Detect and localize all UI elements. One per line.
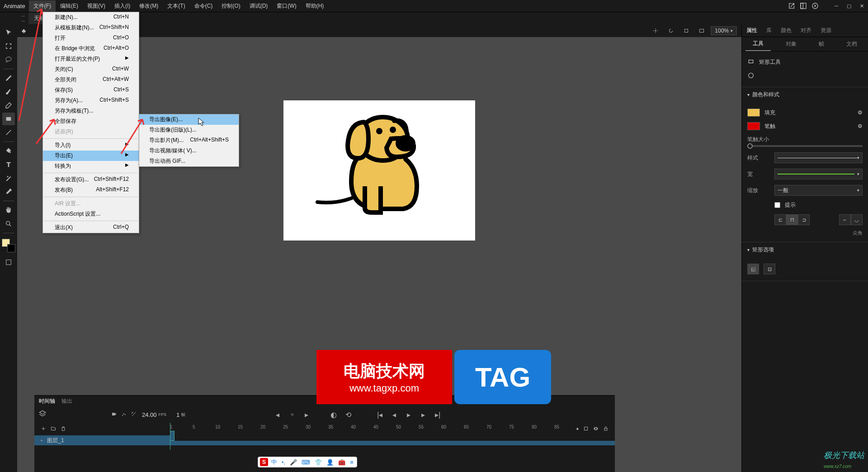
- file-menu-item[interactable]: 退出(X)Ctrl+Q: [43, 222, 139, 233]
- color-swatches[interactable]: [2, 239, 15, 252]
- file-menu-item[interactable]: 从模板新建(N)...Ctrl+Shift+N: [43, 23, 139, 33]
- share-icon[interactable]: [786, 0, 797, 12]
- lasso-tool-icon[interactable]: [2, 53, 15, 66]
- clip-content-icon[interactable]: [680, 24, 693, 37]
- file-menu-item[interactable]: 转换为▶: [43, 161, 139, 171]
- menu-text[interactable]: 文本(T): [163, 0, 189, 12]
- zoom-tool-icon[interactable]: [2, 217, 15, 230]
- color-tab[interactable]: 颜色: [776, 24, 796, 37]
- menu-modify[interactable]: 修改(M): [135, 0, 163, 12]
- export-submenu-item[interactable]: 导出视频/媒体( V)...: [139, 146, 239, 156]
- wand-tool-icon[interactable]: [2, 172, 15, 184]
- menu-file[interactable]: 文件(F): [29, 0, 56, 12]
- rotate-view-icon[interactable]: [665, 24, 677, 37]
- ime-lang[interactable]: 中: [270, 458, 278, 466]
- menu-edit[interactable]: 编辑(E): [56, 0, 83, 12]
- panel-grip-icon[interactable]: ◦◦◦◦: [18, 14, 28, 24]
- menu-window[interactable]: 窗口(W): [272, 0, 301, 12]
- menu-control[interactable]: 控制(O): [217, 0, 245, 12]
- file-menu-item[interactable]: 在 Bridge 中浏览Ctrl+Alt+O: [43, 43, 139, 54]
- properties-tab[interactable]: 属性: [742, 24, 762, 37]
- ime-keyboard-icon[interactable]: ⌨: [300, 459, 311, 466]
- zoom-dropdown[interactable]: 100%▾: [711, 26, 737, 35]
- file-menu-item[interactable]: 发布设置(G)...Ctrl+Shift+F12: [43, 175, 139, 185]
- align-tab[interactable]: 对齐: [796, 24, 816, 37]
- library-tab[interactable]: 库: [762, 24, 776, 37]
- file-menu-item[interactable]: 导入(I)▶: [43, 140, 139, 151]
- layers-icon[interactable]: [39, 410, 46, 419]
- section-rect-options[interactable]: ▾ 矩形选项: [742, 242, 868, 257]
- next-frame-icon[interactable]: ▸: [418, 410, 429, 419]
- ime-shirt-icon[interactable]: 👕: [313, 459, 323, 466]
- loop-icon[interactable]: ⟲: [343, 410, 354, 419]
- style-dropdown[interactable]: ▾: [774, 152, 863, 163]
- rectangle-tool-icon[interactable]: [2, 113, 15, 125]
- selection-tool-icon[interactable]: [2, 26, 15, 39]
- fps-value[interactable]: 24.00: [142, 411, 157, 418]
- close-button[interactable]: ✕: [855, 1, 868, 11]
- eyedropper-tool-icon[interactable]: [2, 185, 15, 198]
- play-button-icon[interactable]: ▸: [403, 410, 414, 419]
- stroke-options-icon[interactable]: ⚙: [858, 123, 863, 129]
- menu-help[interactable]: 帮助(H): [301, 0, 329, 12]
- ime-toolbar[interactable]: S 中 •, 🎤 ⌨ 👕 👤 🧰 ≡: [258, 457, 357, 467]
- subtab-frame[interactable]: 帧: [811, 38, 831, 51]
- goto-start-icon[interactable]: ◂: [272, 410, 283, 419]
- file-menu-item[interactable]: 发布(B)Alt+Shift+F12: [43, 185, 139, 195]
- object-drawing-icon[interactable]: [747, 72, 755, 80]
- ime-person-icon[interactable]: 👤: [325, 459, 335, 466]
- prev-frame-icon[interactable]: ◂: [389, 410, 400, 419]
- onion-skin-icon[interactable]: ◐: [328, 410, 339, 419]
- export-submenu-item[interactable]: 导出影片(M)...Ctrl+Alt+Shift+S: [139, 135, 239, 146]
- play-icon[interactable]: [809, 0, 821, 12]
- menu-insert[interactable]: 插入(I): [110, 0, 135, 12]
- file-menu-item[interactable]: 保存(S)Ctrl+S: [43, 85, 139, 95]
- stroke-size-slider[interactable]: [747, 145, 863, 147]
- ime-toolbox-icon[interactable]: 🧰: [337, 459, 347, 466]
- section-color-style[interactable]: ▾ 颜色和样式: [742, 87, 868, 102]
- new-layer-icon[interactable]: [41, 425, 46, 433]
- fill-color-swatch[interactable]: [747, 109, 760, 117]
- timeline-frames[interactable]: [170, 431, 615, 441]
- free-transform-tool-icon[interactable]: [2, 40, 15, 52]
- scene-icon[interactable]: ♣: [22, 27, 26, 34]
- assets-tab[interactable]: 资源: [816, 24, 836, 37]
- pen-tool-icon[interactable]: [2, 72, 15, 85]
- ime-punct-icon[interactable]: •,: [280, 459, 287, 466]
- swap-colors-icon[interactable]: [2, 256, 15, 269]
- first-frame-icon[interactable]: |◂: [374, 410, 385, 419]
- last-frame-icon[interactable]: ▸|: [432, 410, 443, 419]
- file-menu-item[interactable]: ActionScript 设置...: [43, 209, 139, 219]
- subtab-object[interactable]: 对象: [778, 38, 804, 51]
- export-submenu-item[interactable]: 导出图像(E)...: [139, 114, 239, 125]
- camera-icon[interactable]: [111, 411, 117, 419]
- new-folder-icon[interactable]: [51, 425, 56, 433]
- ime-menu-icon[interactable]: ≡: [349, 459, 355, 466]
- workspace-icon[interactable]: [797, 0, 809, 12]
- playhead[interactable]: [170, 423, 170, 450]
- export-submenu-item[interactable]: 导出动画 GIF...: [139, 156, 239, 166]
- text-tool-icon[interactable]: [2, 158, 15, 171]
- file-menu-item[interactable]: 打开最近的文件(P)▶: [43, 54, 139, 64]
- layer-name[interactable]: 图层_1: [47, 437, 64, 444]
- file-menu-item[interactable]: 另存为(A)...Ctrl+Shift+S: [43, 95, 139, 106]
- center-stage-icon[interactable]: [649, 24, 662, 37]
- brush-tool-icon[interactable]: [2, 85, 15, 98]
- file-menu-item[interactable]: 全部保存: [43, 116, 139, 127]
- stage[interactable]: [283, 100, 475, 241]
- file-menu-item[interactable]: 导出(E)▶: [43, 151, 139, 161]
- menu-command[interactable]: 命令(C): [190, 0, 217, 12]
- goto-end-icon[interactable]: ▸: [301, 410, 312, 419]
- file-menu-item[interactable]: 新建(N)...Ctrl+N: [43, 12, 139, 23]
- graph-icon[interactable]: [121, 411, 127, 419]
- scale-dropdown[interactable]: 一般▾: [774, 185, 863, 196]
- marker-icon[interactable]: [131, 411, 137, 419]
- ime-mic-icon[interactable]: 🎤: [288, 459, 298, 466]
- timeline-ruler[interactable]: 1 5 10 15 20 25 30 35 40 45 50 55 60 65 …: [170, 423, 615, 431]
- hint-checkbox[interactable]: [774, 202, 780, 208]
- subtab-document[interactable]: 文档: [839, 38, 864, 51]
- cap-style-buttons[interactable]: ⊏⊓⊐: [774, 214, 810, 225]
- timeline-tab[interactable]: 时间轴: [39, 397, 55, 405]
- eraser-tool-icon[interactable]: [2, 99, 15, 112]
- subtab-tool[interactable]: 工具: [745, 37, 771, 51]
